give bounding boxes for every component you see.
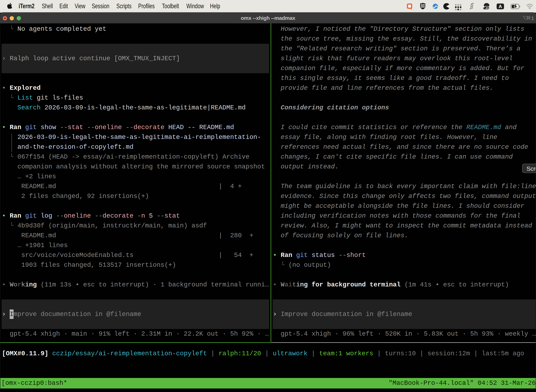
svg-text:..61: ..61 <box>485 7 489 9</box>
